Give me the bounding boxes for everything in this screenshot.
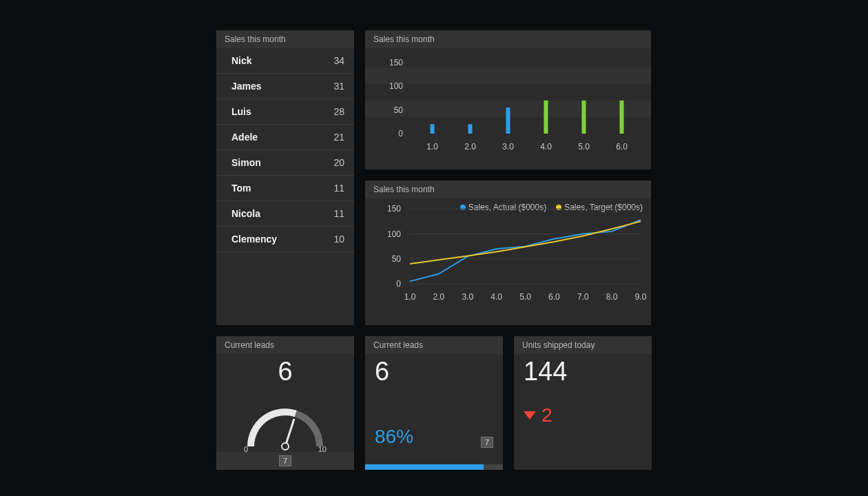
card-units-shipped: Units shipped today 144 2	[514, 336, 652, 470]
card-sales-line: Sales this month Sales, Actual ($000s) S…	[365, 180, 651, 325]
list-item-value: 10	[333, 234, 344, 245]
card-sales-list: Sales this month Nick34James31Luis28Adel…	[216, 30, 354, 325]
list-item: Simon20	[216, 150, 354, 176]
gauge-value: 6	[216, 357, 354, 386]
card-leads-percent: Current leads 6 86% 7	[365, 336, 503, 470]
list-item-name: Luis	[231, 106, 251, 117]
list-item-name: Tom	[231, 183, 251, 194]
x-tick: 8.0	[601, 292, 622, 302]
down-arrow-icon	[524, 411, 536, 420]
x-tick: 1.0	[422, 142, 443, 152]
svg-rect-0	[431, 124, 435, 134]
leads-value: 6	[365, 354, 503, 389]
x-tick: 6.0	[612, 142, 632, 152]
list-item-name: Clemency	[231, 234, 277, 245]
svg-line-10	[285, 419, 294, 446]
list-item: Clemency10	[216, 227, 354, 252]
x-tick: 6.0	[544, 292, 564, 302]
svg-rect-4	[582, 101, 586, 134]
list-item: James31	[216, 74, 354, 99]
svg-rect-1	[468, 124, 473, 134]
card-title: Current leads	[365, 336, 503, 354]
list-item-name: Simon	[231, 157, 261, 168]
list-item: Adele21	[216, 125, 354, 150]
list-item: Nicola11	[216, 201, 354, 227]
list-item: Nick34	[216, 48, 354, 74]
list-item-name: Nick	[231, 55, 252, 66]
x-tick: 4.0	[536, 142, 557, 152]
x-tick: 3.0	[457, 292, 478, 302]
list-item-value: 11	[333, 208, 344, 219]
list-item: Tom11	[216, 176, 354, 201]
svg-rect-2	[506, 107, 510, 134]
card-title: Units shipped today	[514, 336, 652, 354]
list-item-value: 28	[333, 106, 344, 117]
svg-rect-5	[620, 101, 624, 134]
x-tick: 7.0	[572, 292, 593, 302]
x-tick: 9.0	[630, 292, 651, 302]
card-sales-bar: Sales this month 050100150 1.02.03.04.05…	[365, 30, 651, 169]
leads-percent: 86%	[375, 426, 413, 448]
x-tick: 5.0	[515, 292, 536, 302]
delta-value: 2	[541, 404, 552, 426]
list-item-value: 20	[333, 157, 344, 168]
x-tick: 2.0	[460, 142, 481, 152]
x-tick: 3.0	[498, 142, 519, 152]
x-tick: 4.0	[486, 292, 507, 302]
card-leads-gauge: Current leads 6 0 10 7	[216, 336, 354, 470]
card-footer: 7	[216, 452, 354, 470]
units-value: 144	[514, 354, 652, 389]
units-delta: 2	[514, 389, 652, 426]
card-title: Current leads	[216, 336, 354, 354]
x-tick: 5.0	[574, 142, 595, 152]
list-item: Luis28	[216, 99, 354, 125]
progress-bar	[365, 464, 503, 470]
list-item-name: James	[231, 81, 262, 92]
svg-point-11	[282, 443, 289, 450]
x-tick: 1.0	[400, 292, 420, 302]
badge-value: 7	[481, 437, 493, 448]
list-item-value: 11	[333, 183, 344, 194]
x-tick: 2.0	[428, 292, 449, 302]
card-title: Sales this month	[216, 30, 354, 48]
list-item-value: 34	[333, 55, 344, 66]
list-item-value: 31	[333, 81, 344, 92]
list-item-name: Nicola	[231, 208, 260, 219]
list-item-name: Adele	[231, 132, 258, 143]
svg-rect-3	[544, 101, 548, 134]
list-item-value: 21	[333, 132, 344, 143]
badge-value: 7	[279, 455, 291, 466]
